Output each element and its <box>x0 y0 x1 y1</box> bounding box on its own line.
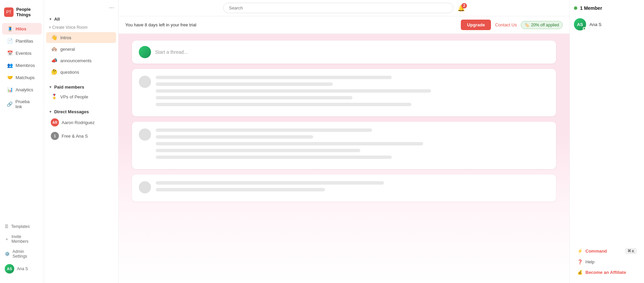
members-header: 1 Member <box>574 5 640 11</box>
skeleton-line <box>156 188 325 191</box>
all-section-label: All <box>54 17 60 22</box>
miembros-icon: 👥 <box>7 63 13 68</box>
search-bar <box>223 3 453 13</box>
skeleton-avatar-2 <box>139 128 151 141</box>
channel-intros[interactable]: 👋 Intros <box>46 32 116 43</box>
nav-item-prueba-link[interactable]: 🔗 Prueba link <box>2 96 42 112</box>
start-thread-box[interactable]: Start a thread... <box>132 41 556 64</box>
skeleton-card-2 <box>132 122 556 169</box>
dm-section-label: Direct Messages <box>54 109 89 114</box>
member-name-ana: Ana S <box>589 22 601 27</box>
affiliate-icon: 💰 <box>577 270 583 275</box>
top-bar: 🔔 2 <box>119 0 570 16</box>
right-sidebar: 1 Member AS Ana S ⚡ Command ⌘ K ❓ Help 💰… <box>570 0 644 283</box>
channel-general[interactable]: 🏘️ general <box>46 44 116 54</box>
skeleton-line <box>156 128 372 132</box>
nav-label-miembros: Miembros <box>16 63 35 68</box>
skeleton-lines-1 <box>156 76 549 110</box>
dm-avatar-free-ana: 1 <box>51 132 59 140</box>
channel-announcements[interactable]: 📣 announcements <box>46 55 116 66</box>
channel-vps-people[interactable]: 🎖️ VPs of People <box>46 91 116 102</box>
channel-questions[interactable]: 🤔 questions <box>46 67 116 77</box>
questions-emoji: 🤔 <box>51 69 58 75</box>
dm-item-aaron[interactable]: AR Aaron Rodriguez <box>46 116 116 129</box>
k-key: K <box>632 249 635 253</box>
member-avatar-wrap: AS <box>574 18 586 30</box>
skeleton-line <box>156 89 431 93</box>
nav-item-analytics[interactable]: 📊 Analytics <box>2 84 42 95</box>
nav-item-eventos[interactable]: 📅 Eventos <box>2 47 42 59</box>
paid-section-header[interactable]: ▼ Paid members <box>44 82 118 91</box>
nav-label-plantillas: Plantillas <box>16 39 33 44</box>
create-voice-label: + Create Voice Room <box>49 25 87 30</box>
affiliate-button[interactable]: 💰 Become an Affiliate <box>574 267 640 278</box>
thread-user-avatar <box>139 46 151 58</box>
left-sidebar-bottom: ☰ Templates ＋ Invite Members ⚙️ Admin Se… <box>0 219 44 279</box>
affiliate-label: Become an Affiliate <box>585 270 626 275</box>
member-status-dot <box>583 27 586 30</box>
bolt-icon: ⚡ <box>577 249 583 254</box>
channel-label-vps: VPs of People <box>60 94 88 99</box>
dm-item-free-ana[interactable]: 1 Free & Ana S <box>46 129 116 142</box>
analytics-icon: 📊 <box>7 87 13 92</box>
svg-point-0 <box>142 49 148 55</box>
skeleton-line <box>156 103 411 106</box>
link-icon: 🔗 <box>7 101 13 107</box>
contact-us-link[interactable]: Contact Us <box>495 22 517 27</box>
admin-settings-item[interactable]: ⚙️ Admin Settings <box>2 246 42 261</box>
invite-members-item[interactable]: ＋ Invite Members <box>2 232 42 246</box>
skeleton-card-1 <box>132 69 556 116</box>
trial-text: You have 8 days left in your free trial <box>125 22 457 27</box>
command-button[interactable]: ⚡ Command ⌘ K <box>574 245 640 257</box>
channel-label-general: general <box>60 47 75 52</box>
admin-label: Admin Settings <box>13 249 39 259</box>
command-shortcut: ⌘ K <box>625 248 637 254</box>
help-button[interactable]: ❓ Help <box>574 257 640 267</box>
help-label: Help <box>585 259 595 264</box>
skeleton-card-3 <box>132 174 556 202</box>
nav-item-hilos[interactable]: 🧵 Hilos <box>2 23 42 34</box>
upgrade-button[interactable]: Upgrade <box>461 20 491 30</box>
user-profile-item[interactable]: AS Ana S <box>2 261 42 276</box>
notification-area: 🔔 2 <box>457 4 465 12</box>
discount-text: 20% off applied <box>531 23 559 27</box>
trial-banner: You have 8 days left in your free trial … <box>119 16 570 34</box>
general-emoji: 🏘️ <box>51 46 58 52</box>
members-title: 1 Member <box>580 5 602 11</box>
search-input[interactable] <box>223 3 453 13</box>
nav-item-plantillas[interactable]: 📄 Plantillas <box>2 35 42 47</box>
dm-name-free-ana: Free & Ana S <box>62 134 88 139</box>
dm-section-header[interactable]: ▼ Direct Messages <box>44 107 118 116</box>
templates-label: Templates <box>11 224 30 229</box>
brand-icon: PT <box>4 7 14 17</box>
channel-label-intros: Intros <box>60 35 71 40</box>
create-voice-room-btn[interactable]: + Create Voice Room <box>44 23 118 32</box>
notification-bell[interactable]: 🔔 2 <box>457 4 465 12</box>
chevron-down-icon: ▼ <box>49 17 52 21</box>
nav-item-matchups[interactable]: 🤝 Matchups <box>2 72 42 83</box>
feed-area: Start a thread... <box>119 34 570 283</box>
cmd-key: ⌘ <box>627 249 631 253</box>
skeleton-line <box>156 149 360 152</box>
skeleton-lines-2 <box>156 128 549 162</box>
skeleton-line <box>156 181 384 185</box>
templates-icon: ☰ <box>5 224 8 229</box>
hilos-icon: 🧵 <box>7 26 13 31</box>
plus-icon: ＋ <box>5 236 9 242</box>
chevron-down-icon-3: ▼ <box>49 110 52 114</box>
nav-label-matchups: Matchups <box>16 75 35 80</box>
skeleton-line <box>156 82 333 86</box>
eventos-icon: 📅 <box>7 50 13 56</box>
nav-item-miembros[interactable]: 👥 Miembros <box>2 60 42 71</box>
templates-bottom-item[interactable]: ☰ Templates <box>2 221 42 232</box>
dm-name-aaron: Aaron Rodriguez <box>62 120 95 125</box>
sidebar-header: ··· <box>44 4 118 14</box>
invite-label: Invite Members <box>12 234 39 244</box>
channel-label-questions: questions <box>60 70 79 75</box>
channel-label-announcements: announcements <box>60 58 92 63</box>
more-options-icon[interactable]: ··· <box>109 4 114 11</box>
all-section-header[interactable]: ▼ All <box>44 14 118 23</box>
member-item-ana[interactable]: AS Ana S <box>574 16 640 32</box>
discount-badge: 🏷️ 20% off applied <box>521 21 563 29</box>
brand-name: PeopleThings <box>16 7 31 17</box>
